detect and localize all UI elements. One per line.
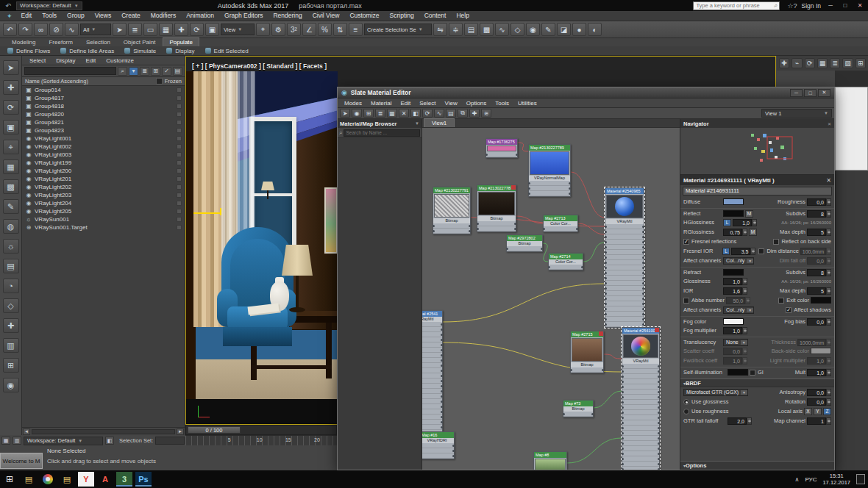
time-slider-handle[interactable]: 0 / 100 (188, 426, 241, 434)
material-node[interactable]: Material #2541004VRayMtl (622, 327, 660, 470)
menubar-item-scripting[interactable]: Scripting (385, 11, 419, 21)
node-slot[interactable] (605, 281, 644, 286)
material-node[interactable]: Map #1736275 (485, 138, 518, 158)
frozen-toggle[interactable] (177, 193, 182, 198)
node-slot[interactable] (422, 453, 454, 459)
node-slot[interactable] (422, 384, 442, 389)
name-column-header[interactable]: Name (Sorted Ascending) (25, 78, 88, 85)
pivot-icon[interactable]: ⌖ (3, 140, 19, 154)
node-slot[interactable] (622, 390, 659, 395)
check-icon[interactable]: ✓ (162, 67, 171, 76)
material-name-field[interactable]: Material #2146931111 (683, 187, 832, 195)
param-value-spinner[interactable]: 1,0 (733, 219, 757, 226)
frozen-toggle[interactable] (177, 104, 182, 109)
radio-button[interactable]: Use roughness (683, 408, 728, 415)
scene-object-row[interactable]: ◉VRayLight203 (22, 191, 185, 199)
scene-object-row[interactable]: ◉VRayLight199 (22, 159, 185, 167)
frozen-toggle[interactable] (177, 128, 182, 133)
node-slot[interactable] (433, 229, 470, 234)
search-input[interactable] (696, 2, 772, 9)
render-production-icon[interactable]: ● (572, 23, 586, 36)
half-icon[interactable]: ◧ (410, 109, 421, 118)
frozen-toggle[interactable] (177, 217, 182, 222)
navigator-thumbnail[interactable] (680, 128, 834, 175)
notification-center-icon[interactable] (856, 474, 865, 484)
param-value-spinner[interactable]: 1000,0mm (797, 339, 831, 346)
param-value-spinner[interactable]: 0,0 (807, 318, 831, 326)
explorer-menu-select[interactable]: Select (25, 57, 50, 64)
node-slot[interactable] (605, 291, 644, 296)
param-value-spinner[interactable]: 0,0 (807, 198, 831, 206)
language-indicator[interactable]: РУС (805, 476, 817, 483)
frozen-toggle[interactable] (177, 176, 182, 182)
copy-icon[interactable]: ⧉ (458, 109, 468, 118)
utilities-icon[interactable]: ▧ (842, 58, 853, 68)
plus-icon[interactable]: ✚ (3, 318, 19, 333)
motion-icon[interactable]: ▦ (817, 58, 828, 68)
scene-object-row[interactable]: ▣Group4817 (22, 94, 185, 102)
param-value-spinner[interactable]: 1,0 (723, 327, 747, 334)
checkbox[interactable]: GI (750, 369, 764, 376)
menubar-item-graph-editors[interactable]: Graph Editors (219, 11, 268, 21)
create-icon[interactable]: ✚ (779, 58, 789, 68)
frozen-toggle[interactable] (177, 184, 182, 190)
param-dropdown[interactable]: None▼ (723, 339, 748, 346)
node-slot[interactable] (605, 301, 644, 306)
rows-toggle-icon[interactable]: ▥ (13, 437, 21, 445)
clock[interactable]: 15:3117.12.2017 (822, 473, 850, 486)
node-slot[interactable] (622, 395, 659, 400)
explorer-menu-edit[interactable]: Edit (81, 57, 100, 64)
node-slot[interactable] (422, 425, 442, 430)
pick-material-icon[interactable]: ◉ (352, 109, 362, 118)
node-slot[interactable] (622, 426, 659, 431)
layout-icon[interactable]: ⊞ (855, 58, 866, 68)
material-node[interactable]: Map #2130227787Bitmap (477, 184, 516, 232)
node-canvas[interactable]: Map #1736275Map #2130227789VRayNormalMap… (422, 128, 680, 470)
param-value-spinner[interactable]: 50,0 (726, 297, 750, 304)
me-menu-edit[interactable]: Edit (396, 100, 415, 107)
param-value-spinner[interactable]: 0,0 (807, 257, 831, 265)
checkbox[interactable]: Fresnel reflections (683, 238, 736, 245)
node-slot[interactable] (544, 226, 577, 232)
menubar-item-help[interactable]: Help (451, 11, 474, 21)
map-button[interactable]: L (722, 248, 730, 255)
window-icon[interactable]: ⊞ (3, 358, 19, 373)
node-slot[interactable] (622, 420, 659, 426)
param-value-spinner[interactable]: 0,0 (807, 389, 831, 396)
use-pivot-point-icon[interactable]: ⌖ (256, 23, 270, 36)
select-by-name-icon[interactable]: ≣ (128, 23, 142, 36)
menubar-item-rendering[interactable]: Rendering (268, 11, 307, 21)
scene-object-row[interactable]: ◉VRayLight001 (22, 134, 185, 143)
filter-icon[interactable]: ▾ (129, 67, 138, 76)
percent-snap-icon[interactable]: % (318, 23, 332, 36)
node-slot[interactable] (422, 394, 442, 399)
isolate-toggle-icon[interactable]: ◧ (105, 437, 114, 445)
selection-filter-dropdown[interactable]: All▼ (80, 24, 111, 35)
node-slot[interactable] (422, 399, 442, 404)
checkbox[interactable]: Reflect on back side (773, 238, 831, 245)
taskbar-app-photoshop[interactable]: Ps (135, 472, 152, 487)
material-node[interactable]: Map #2714Color Cor... (548, 253, 583, 270)
radio-button[interactable]: Use glossiness (683, 398, 728, 405)
maximize-button[interactable]: □ (840, 1, 850, 10)
param-dropdown[interactable]: Col...nly▼ (723, 306, 754, 314)
taskbar-app-app-a[interactable]: A (96, 470, 115, 488)
checkbox[interactable]: Affect shadows (786, 306, 831, 313)
frozen-column-header[interactable]: Frozen (156, 78, 182, 85)
node-slot[interactable] (622, 400, 659, 405)
track-bar[interactable]: 5101520 (185, 435, 337, 445)
ribbon-tool-define-flows[interactable]: Define Flows (7, 48, 50, 54)
node-slot[interactable] (529, 181, 570, 186)
frozen-toggle[interactable] (177, 152, 182, 157)
node-slot[interactable] (622, 446, 659, 451)
menubar-item-tools[interactable]: Tools (37, 11, 62, 21)
undo-icon[interactable]: ↶ (3, 1, 13, 10)
list-icon[interactable]: ≣ (375, 109, 385, 118)
dot-icon[interactable]: ◉ (3, 378, 19, 392)
node-slot[interactable] (422, 368, 442, 373)
me-menu-modes[interactable]: Modes (340, 100, 366, 107)
node-slot[interactable] (622, 384, 659, 390)
node-title[interactable]: Map #2130227787 (477, 185, 516, 191)
layers-icon[interactable]: ▤ (173, 67, 182, 76)
select-icon[interactable]: ➤ (340, 109, 350, 118)
